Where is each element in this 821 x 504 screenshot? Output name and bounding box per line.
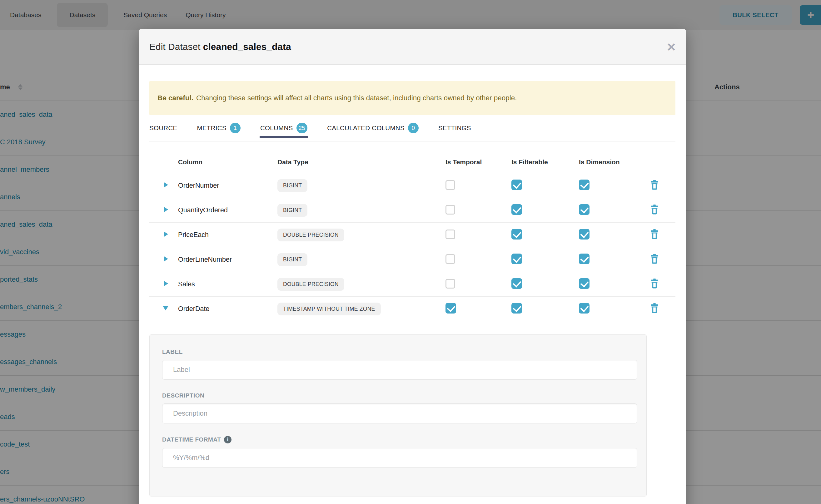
label-input[interactable] [162, 360, 637, 380]
is-filterable-checkbox[interactable] [512, 278, 522, 289]
expand-caret-icon[interactable] [164, 231, 168, 237]
warning-text: Changing these settings will affect all … [196, 94, 517, 102]
is-temporal-checkbox[interactable] [446, 230, 455, 239]
columns-table-body: OrderNumberBIGINTQuantityOrderedBIGINTPr… [149, 173, 675, 321]
expand-caret-icon[interactable] [164, 256, 168, 262]
data-type-header: Data Type [277, 158, 446, 166]
is-filterable-checkbox[interactable] [512, 180, 522, 190]
is-temporal-checkbox[interactable] [446, 205, 455, 215]
description-field-group: DESCRIPTION [162, 392, 637, 423]
is-filterable-checkbox[interactable] [512, 254, 522, 264]
column-name: OrderNumber [178, 182, 277, 190]
is-dimension-checkbox[interactable] [579, 303, 590, 314]
columns-table-header: Column Data Type Is Temporal Is Filterab… [149, 141, 675, 173]
column-row-QuantityOrdered: QuantityOrderedBIGINT [149, 198, 675, 223]
datetime-format-field-group: DATETIME FORMAT i [162, 436, 637, 468]
datetime-format-input[interactable] [162, 448, 637, 468]
trash-icon[interactable] [650, 180, 659, 190]
tab-metrics[interactable]: METRICS1 [197, 119, 240, 137]
label-field-label: LABEL [162, 348, 637, 355]
is-temporal-checkbox[interactable] [446, 279, 455, 289]
datetime-format-label-text: DATETIME FORMAT [162, 436, 221, 443]
is-dimension-header: Is Dimension [579, 158, 645, 166]
column-name: Sales [178, 280, 277, 288]
edit-dataset-modal: Edit Dataset cleaned_sales_data × Be car… [139, 29, 686, 504]
tab-label: CALCULATED COLUMNS [327, 124, 404, 132]
description-field-label: DESCRIPTION [162, 392, 637, 399]
tab-count-badge: 25 [296, 123, 308, 133]
label-field-group: LABEL [162, 348, 637, 380]
column-editor-panel: LABEL DESCRIPTION DATETIME FORMAT i [149, 334, 647, 497]
column-row-OrderDate: OrderDateTIMESTAMP WITHOUT TIME ZONE [149, 297, 675, 321]
tab-calculated-columns[interactable]: CALCULATED COLUMNS0 [327, 119, 419, 137]
data-type-pill: TIMESTAMP WITHOUT TIME ZONE [277, 303, 381, 315]
screen: DatabasesDatasetsSaved QueriesQuery Hist… [0, 0, 821, 504]
columns-table: Column Data Type Is Temporal Is Filterab… [149, 141, 675, 321]
expand-caret-icon[interactable] [164, 182, 168, 188]
tab-columns[interactable]: COLUMNS25 [260, 119, 307, 137]
tab-label: COLUMNS [260, 124, 293, 132]
tab-label: SETTINGS [438, 124, 471, 132]
column-name: PriceEach [178, 231, 277, 239]
data-type-pill: DOUBLE PRECISION [277, 278, 344, 291]
is-filterable-checkbox[interactable] [512, 303, 522, 314]
modal-body: Be careful. Changing these settings will… [139, 81, 686, 497]
is-filterable-checkbox[interactable] [512, 204, 522, 215]
data-type-pill: BIGINT [277, 253, 307, 266]
trash-icon[interactable] [650, 279, 659, 289]
column-row-OrderLineNumber: OrderLineNumberBIGINT [149, 247, 675, 272]
tab-label: SOURCE [149, 124, 177, 132]
info-icon[interactable]: i [224, 436, 231, 443]
is-temporal-header: Is Temporal [446, 158, 512, 166]
modal-title: Edit Dataset cleaned_sales_data [149, 42, 291, 52]
trash-icon[interactable] [650, 205, 659, 215]
is-dimension-checkbox[interactable] [579, 254, 590, 264]
is-temporal-checkbox[interactable] [446, 254, 455, 264]
column-name: OrderLineNumber [178, 256, 277, 264]
data-type-pill: BIGINT [277, 179, 307, 192]
expand-caret-icon[interactable] [164, 281, 168, 286]
data-type-pill: BIGINT [277, 204, 307, 217]
tab-source[interactable]: SOURCE [149, 119, 177, 137]
datetime-format-field-label: DATETIME FORMAT i [162, 436, 637, 443]
tab-label: METRICS [197, 124, 226, 132]
warning-banner: Be careful. Changing these settings will… [149, 81, 675, 115]
expand-caret-icon[interactable] [164, 207, 168, 212]
dataset-name: cleaned_sales_data [203, 42, 291, 52]
column-name: QuantityOrdered [178, 206, 277, 214]
close-icon[interactable]: × [667, 40, 675, 54]
modal-title-prefix: Edit Dataset [149, 42, 200, 52]
is-dimension-checkbox[interactable] [579, 180, 590, 190]
trash-icon[interactable] [650, 254, 659, 264]
is-filterable-checkbox[interactable] [512, 229, 522, 240]
is-temporal-checkbox[interactable] [446, 180, 455, 190]
column-header: Column [178, 158, 277, 166]
is-temporal-checkbox[interactable] [446, 303, 456, 314]
description-input[interactable] [162, 403, 637, 423]
trash-icon[interactable] [650, 229, 659, 239]
is-dimension-checkbox[interactable] [579, 204, 590, 215]
trash-icon[interactable] [650, 303, 659, 313]
column-row-PriceEach: PriceEachDOUBLE PRECISION [149, 223, 675, 247]
column-name: OrderDate [178, 305, 277, 313]
modal-header: Edit Dataset cleaned_sales_data × [139, 29, 686, 65]
collapse-caret-icon[interactable] [163, 306, 168, 310]
tab-count-badge: 1 [230, 123, 240, 133]
data-type-pill: DOUBLE PRECISION [277, 229, 344, 241]
tab-count-badge: 0 [408, 123, 419, 133]
tab-settings[interactable]: SETTINGS [438, 119, 471, 137]
column-row-OrderNumber: OrderNumberBIGINT [149, 173, 675, 198]
is-filterable-header: Is Filterable [512, 158, 579, 166]
is-dimension-checkbox[interactable] [579, 229, 590, 240]
column-row-Sales: SalesDOUBLE PRECISION [149, 272, 675, 297]
warning-bold: Be careful. [157, 94, 193, 102]
tab-bar: SOURCEMETRICS1COLUMNS25CALCULATED COLUMN… [149, 119, 675, 141]
is-dimension-checkbox[interactable] [579, 278, 590, 289]
